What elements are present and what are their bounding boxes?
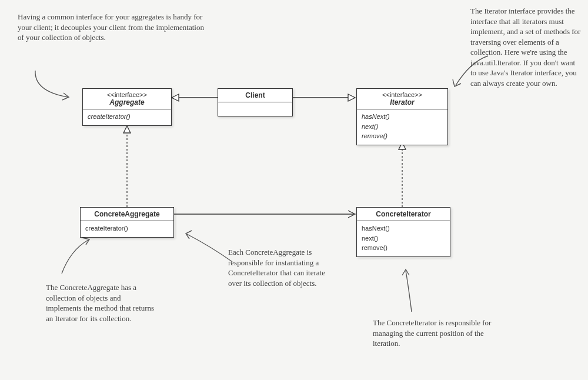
note-bottom-right: The ConcreteIterator is responsible for … [373, 318, 496, 349]
concrete-aggregate-name: ConcreteAggregate [85, 210, 169, 218]
method-row: createIterator() [88, 112, 166, 122]
note-bottom-left: The ConcreteAggregate has a collection o… [46, 282, 158, 324]
box-aggregate: <<interface>> Aggregate createIterator() [82, 88, 172, 126]
iterator-stereo: <<interface>> [362, 91, 443, 98]
iterator-methods: hasNext() next() remove() [357, 109, 447, 145]
note-bottom-mid: Each ConcreteAggregate is responsible fo… [228, 247, 334, 288]
aggregate-name: Aggregate [88, 98, 166, 106]
client-name: Client [223, 91, 288, 99]
aggregate-title: <<interface>> Aggregate [83, 89, 171, 109]
box-client: Client [218, 88, 293, 116]
box-concrete-iterator: ConcreteIterator hasNext() next() remove… [356, 207, 450, 257]
svg-marker-3 [348, 94, 355, 101]
method-row: createIterator() [85, 224, 169, 234]
concrete-aggregate-methods: createIterator() [81, 221, 173, 237]
aggregate-stereo: <<interface>> [88, 91, 166, 98]
note-top-left: Having a common interface for your aggre… [18, 12, 206, 43]
method-row: next() [362, 234, 445, 244]
method-row: hasNext() [362, 112, 443, 122]
svg-marker-1 [172, 94, 179, 101]
box-iterator: <<interface>> Iterator hasNext() next() … [356, 88, 448, 145]
concrete-iterator-title: ConcreteIterator [357, 208, 450, 221]
concrete-iterator-name: ConcreteIterator [362, 210, 445, 218]
iterator-title: <<interface>> Iterator [357, 89, 447, 109]
method-row: remove() [362, 131, 443, 141]
method-row: hasNext() [362, 224, 445, 234]
svg-marker-5 [123, 126, 131, 133]
concrete-aggregate-title: ConcreteAggregate [81, 208, 173, 221]
method-row: next() [362, 122, 443, 132]
note-top-right: The Iterator interface provides the inte… [470, 6, 582, 88]
box-concrete-aggregate: ConcreteAggregate createIterator() [80, 207, 174, 238]
client-title: Client [218, 89, 292, 102]
method-row: remove() [362, 243, 445, 253]
aggregate-methods: createIterator() [83, 109, 171, 125]
iterator-name: Iterator [362, 98, 443, 106]
concrete-iterator-methods: hasNext() next() remove() [357, 221, 450, 256]
